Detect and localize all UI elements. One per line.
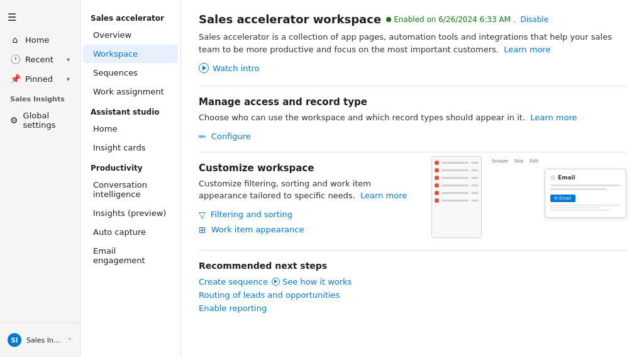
status-dot [386,17,391,22]
sidebar-item-conversation-intelligence[interactable]: Conversation intelligence [83,176,178,203]
home-icon: ⌂ [10,35,20,45]
preview-row-3 [435,176,479,180]
sidebar: Sales accelerator Overview Workspace Seq… [80,0,181,357]
sidebar-section-sales-accelerator: Sales accelerator [80,8,180,25]
settings-chevron-icon: ⌃ [67,337,72,344]
sidebar-item-insights-preview[interactable]: Insights (preview) [83,204,178,222]
preview-row-2 [435,168,479,173]
sidebar-item-overview[interactable]: Overview [83,26,178,44]
preview-checkbox-1 [471,162,479,164]
see-how-label: See how it works [282,277,352,286]
nav-item-pinned[interactable]: 📌 Pinned ▾ [3,69,77,88]
sidebar-section-assistant-studio: Assistant studio [80,101,180,119]
preview-line-3 [441,177,469,179]
enable-reporting-link[interactable]: Enable reporting [199,303,267,313]
routing-leads-link[interactable]: Routing of leads and opportunities [199,290,340,300]
customize-workspace-description: Customize filtering, sorting and work it… [199,178,419,202]
preview-line-5 [441,192,469,194]
customize-workspace-title: Customize workspace [199,162,419,174]
sidebar-item-auto-capture[interactable]: Auto capture [83,223,178,241]
preview-checkbox-6 [471,200,479,201]
watch-intro-button[interactable]: Watch intro [199,63,626,73]
preview-line-1 [441,162,469,164]
recommended-row-2: Routing of leads and opportunities [199,290,626,300]
chevron-down-icon: ▾ [67,56,70,63]
configure-link[interactable]: ✏ Configure [199,132,626,142]
preview-email-card: Email ✉ Email [545,169,626,218]
sidebar-item-insight-cards[interactable]: Insight cards [83,139,178,157]
sidebar-item-work-assignment[interactable]: Work assignment [83,82,178,101]
work-item-appearance-link[interactable]: ⊞ Work item appearance [199,225,419,235]
settings-bottom-item[interactable]: SI Sales Insights sett... ⌃ [0,328,80,352]
manage-access-title: Manage access and record type [199,96,626,108]
nav-item-recent[interactable]: 🕐 Recent ▾ [3,50,77,69]
hamburger-menu[interactable]: ☰ [0,5,80,30]
preview-small-line-3 [550,210,610,211]
preview-email-icon [550,175,555,180]
avatar: SI [8,333,21,347]
preview-snooze-text: Snooze [492,159,508,164]
learn-more-desc-link[interactable]: Learn more [504,45,550,54]
play-triangle [203,65,206,71]
preview-email-header: Email [550,174,621,181]
pencil-icon: ✏ [199,132,206,142]
preview-dot-red-5 [435,191,439,195]
nav-item-global-settings-label: Global settings [23,111,70,130]
preview-small-line-1 [550,205,621,206]
preview-email-line-2 [550,188,607,190]
page-description: Sales accelerator is a collection of app… [199,31,626,55]
sidebar-item-assistant-home[interactable]: Home [83,120,178,138]
pinned-icon: 📌 [10,74,20,84]
nav-bottom: SI Sales Insights sett... ⌃ [0,322,80,357]
preview-line-6 [441,200,469,201]
nav-item-home[interactable]: ⌂ Home [3,30,77,49]
preview-dot-red [435,161,439,165]
nav-item-pinned-label: Pinned [25,74,53,84]
preview-edit-text: Edit [530,159,538,164]
sidebar-item-workspace[interactable]: Workspace [83,45,178,63]
preview-row-6 [435,198,479,203]
recommended-row-3: Enable reporting [199,303,626,313]
preview-checkbox-2 [471,169,479,171]
filtering-sorting-link[interactable]: ▽ Filtering and sorting [199,210,419,220]
play-icon [199,63,209,73]
disable-link[interactable]: Disable [521,15,549,24]
manage-access-learn-more-link[interactable]: Learn more [530,113,577,122]
divider-1 [199,86,626,86]
customize-text: Customize workspace Customize filtering,… [199,162,419,240]
manage-access-description: Choose who can use the workspace and whi… [199,111,626,124]
preview-dot-red-4 [435,183,439,188]
status-text: Enabled on 6/26/2024 6:33 AM . [394,15,515,24]
preview-email-line-1 [550,184,621,186]
status-badge: Enabled on 6/26/2024 6:33 AM . [386,15,515,24]
preview-row-1 [435,161,479,165]
preview-checkbox-3 [471,177,479,179]
nav-item-global-settings[interactable]: ⚙ Global settings [3,106,77,134]
customize-learn-more-link[interactable]: Learn more [360,191,407,200]
sidebar-item-sequences[interactable]: Sequences [83,64,178,82]
recommended-next-steps-section: Recommended next steps Create sequence S… [199,261,626,313]
preview-checkbox-5 [471,192,479,194]
preview-email-label: Email [558,174,575,181]
preview-overlay: Snooze Skip Edit [492,159,538,164]
recommended-links-list: Create sequence See how it works Routing… [199,277,626,313]
recommended-title: Recommended next steps [199,261,626,271]
page-header: Sales accelerator workspace Enabled on 6… [199,13,626,26]
sales-insights-label: Sales Insights [0,89,80,106]
chevron-down-icon: ▾ [67,76,70,82]
mini-play-icon [272,278,280,286]
preview-row-4 [435,183,479,188]
workspace-preview: Snooze Skip Edit [431,156,626,238]
mini-triangle [274,280,277,283]
recommended-row-1: Create sequence See how it works [199,277,626,286]
see-how-works[interactable]: See how it works [272,277,352,286]
main-content: Sales accelerator workspace Enabled on 6… [181,0,644,357]
nav-item-home-label: Home [25,35,49,45]
sidebar-item-email-engagement[interactable]: Email engagement [83,242,178,269]
page-title: Sales accelerator workspace [199,13,381,26]
preview-dot-red-6 [435,198,439,203]
recent-icon: 🕐 [10,54,20,64]
preview-dot-red-2 [435,168,439,173]
divider-3 [199,250,626,251]
create-sequence-link[interactable]: Create sequence [199,277,268,286]
